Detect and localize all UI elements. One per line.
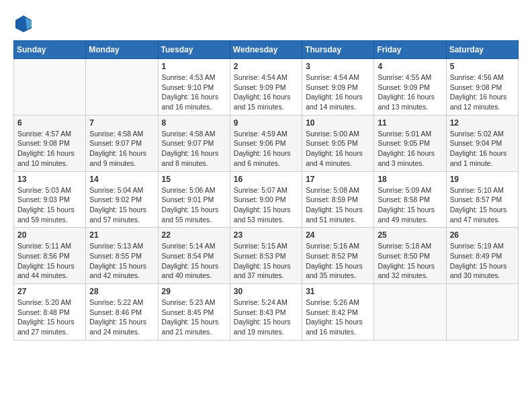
day-number: 7 (89, 118, 154, 128)
calendar-header-row: SundayMondayTuesdayWednesdayThursdayFrid… (14, 41, 519, 59)
day-info: Sunrise: 5:02 AMSunset: 9:04 PMDaylight:… (450, 129, 515, 169)
week-row-2: 6Sunrise: 4:57 AMSunset: 9:08 PMDaylight… (14, 115, 519, 171)
day-number: 26 (450, 230, 515, 240)
calendar-cell (374, 284, 446, 340)
day-number: 13 (17, 175, 82, 184)
header-monday: Monday (86, 41, 158, 59)
calendar-cell: 15Sunrise: 5:06 AMSunset: 9:01 PMDayligh… (158, 171, 230, 228)
day-number: 9 (234, 118, 298, 128)
day-info: Sunrise: 4:58 AMSunset: 9:07 PMDaylight:… (89, 129, 154, 169)
day-number: 29 (162, 287, 226, 296)
day-info: Sunrise: 5:16 AMSunset: 8:52 PMDaylight:… (306, 241, 370, 281)
day-info: Sunrise: 5:01 AMSunset: 9:05 PMDaylight:… (378, 129, 442, 169)
calendar-cell: 27Sunrise: 5:20 AMSunset: 8:48 PMDayligh… (14, 284, 86, 340)
day-info: Sunrise: 5:23 AMSunset: 8:45 PMDaylight:… (162, 298, 226, 337)
day-info: Sunrise: 4:55 AMSunset: 9:09 PMDaylight:… (378, 73, 442, 112)
calendar-cell: 5Sunrise: 4:56 AMSunset: 9:08 PMDaylight… (446, 59, 518, 116)
day-number: 17 (306, 175, 370, 184)
day-number: 15 (162, 175, 226, 184)
calendar-cell: 30Sunrise: 5:24 AMSunset: 8:43 PMDayligh… (230, 284, 302, 340)
day-info: Sunrise: 4:58 AMSunset: 9:07 PMDaylight:… (162, 129, 226, 169)
day-number: 22 (162, 230, 226, 240)
day-info: Sunrise: 5:10 AMSunset: 8:57 PMDaylight:… (450, 185, 515, 225)
day-number: 12 (450, 118, 515, 128)
day-info: Sunrise: 5:24 AMSunset: 8:43 PMDaylight:… (234, 298, 298, 337)
week-row-4: 20Sunrise: 5:11 AMSunset: 8:56 PMDayligh… (14, 228, 519, 284)
calendar-cell: 9Sunrise: 4:59 AMSunset: 9:06 PMDaylight… (230, 115, 302, 171)
calendar-cell: 22Sunrise: 5:14 AMSunset: 8:54 PMDayligh… (158, 228, 230, 284)
calendar-cell: 16Sunrise: 5:07 AMSunset: 9:00 PMDayligh… (230, 171, 302, 228)
day-info: Sunrise: 4:53 AMSunset: 9:10 PMDaylight:… (162, 73, 226, 112)
header-friday: Friday (374, 41, 446, 59)
calendar-cell: 21Sunrise: 5:13 AMSunset: 8:55 PMDayligh… (86, 228, 158, 284)
day-number: 5 (450, 62, 515, 71)
day-number: 20 (17, 230, 82, 240)
calendar-cell: 8Sunrise: 4:58 AMSunset: 9:07 PMDaylight… (158, 115, 230, 171)
day-number: 8 (162, 118, 226, 128)
day-info: Sunrise: 5:08 AMSunset: 8:59 PMDaylight:… (306, 185, 370, 225)
day-info: Sunrise: 4:54 AMSunset: 9:09 PMDaylight:… (234, 73, 298, 112)
calendar-cell: 25Sunrise: 5:18 AMSunset: 8:50 PMDayligh… (374, 228, 446, 284)
day-number: 3 (306, 62, 370, 71)
calendar-cell: 18Sunrise: 5:09 AMSunset: 8:58 PMDayligh… (374, 171, 446, 228)
calendar-cell: 13Sunrise: 5:03 AMSunset: 9:03 PMDayligh… (14, 171, 86, 228)
calendar-cell: 11Sunrise: 5:01 AMSunset: 9:05 PMDayligh… (374, 115, 446, 171)
day-number: 4 (378, 62, 442, 71)
day-info: Sunrise: 4:56 AMSunset: 9:08 PMDaylight:… (450, 73, 515, 112)
day-number: 11 (378, 118, 442, 128)
day-number: 28 (89, 287, 154, 296)
day-number: 10 (306, 118, 370, 128)
day-number: 2 (234, 62, 298, 71)
week-row-5: 27Sunrise: 5:20 AMSunset: 8:48 PMDayligh… (14, 284, 519, 340)
day-number: 1 (162, 62, 226, 71)
day-number: 31 (306, 287, 370, 296)
day-info: Sunrise: 4:59 AMSunset: 9:06 PMDaylight:… (234, 129, 298, 169)
day-info: Sunrise: 4:57 AMSunset: 9:08 PMDaylight:… (17, 129, 82, 169)
header-thursday: Thursday (302, 41, 374, 59)
calendar-cell: 12Sunrise: 5:02 AMSunset: 9:04 PMDayligh… (446, 115, 518, 171)
day-info: Sunrise: 5:14 AMSunset: 8:54 PMDaylight:… (162, 241, 226, 281)
calendar-cell: 19Sunrise: 5:10 AMSunset: 8:57 PMDayligh… (446, 171, 518, 228)
header-saturday: Saturday (446, 41, 518, 59)
day-info: Sunrise: 5:07 AMSunset: 9:00 PMDaylight:… (234, 185, 298, 225)
day-info: Sunrise: 5:06 AMSunset: 9:01 PMDaylight:… (162, 185, 226, 225)
day-info: Sunrise: 4:54 AMSunset: 9:09 PMDaylight:… (306, 73, 370, 112)
calendar-cell (14, 59, 86, 116)
calendar-cell: 26Sunrise: 5:19 AMSunset: 8:49 PMDayligh… (446, 228, 518, 284)
logo (13, 13, 37, 34)
day-info: Sunrise: 5:09 AMSunset: 8:58 PMDaylight:… (378, 185, 442, 225)
day-info: Sunrise: 5:19 AMSunset: 8:49 PMDaylight:… (450, 241, 515, 281)
day-info: Sunrise: 5:11 AMSunset: 8:56 PMDaylight:… (17, 241, 82, 281)
day-info: Sunrise: 5:13 AMSunset: 8:55 PMDaylight:… (89, 241, 154, 281)
calendar-cell: 10Sunrise: 5:00 AMSunset: 9:05 PMDayligh… (302, 115, 374, 171)
calendar-cell: 2Sunrise: 4:54 AMSunset: 9:09 PMDaylight… (230, 59, 302, 116)
calendar-cell: 7Sunrise: 4:58 AMSunset: 9:07 PMDaylight… (86, 115, 158, 171)
header-tuesday: Tuesday (158, 41, 230, 59)
calendar-cell: 23Sunrise: 5:15 AMSunset: 8:53 PMDayligh… (230, 228, 302, 284)
calendar-cell: 29Sunrise: 5:23 AMSunset: 8:45 PMDayligh… (158, 284, 230, 340)
week-row-3: 13Sunrise: 5:03 AMSunset: 9:03 PMDayligh… (14, 171, 519, 228)
day-number: 25 (378, 230, 442, 240)
calendar-cell: 14Sunrise: 5:04 AMSunset: 9:02 PMDayligh… (86, 171, 158, 228)
calendar-cell: 4Sunrise: 4:55 AMSunset: 9:09 PMDaylight… (374, 59, 446, 116)
day-number: 24 (306, 230, 370, 240)
day-info: Sunrise: 5:15 AMSunset: 8:53 PMDaylight:… (234, 241, 298, 281)
day-number: 23 (234, 230, 298, 240)
day-number: 6 (17, 118, 82, 128)
day-info: Sunrise: 5:00 AMSunset: 9:05 PMDaylight:… (306, 129, 370, 169)
day-number: 18 (378, 175, 442, 184)
header-wednesday: Wednesday (230, 41, 302, 59)
day-number: 30 (234, 287, 298, 296)
calendar-cell: 31Sunrise: 5:26 AMSunset: 8:42 PMDayligh… (302, 284, 374, 340)
day-info: Sunrise: 5:04 AMSunset: 9:02 PMDaylight:… (89, 185, 154, 225)
week-row-1: 1Sunrise: 4:53 AMSunset: 9:10 PMDaylight… (14, 59, 519, 116)
calendar-cell (446, 284, 518, 340)
calendar-cell: 17Sunrise: 5:08 AMSunset: 8:59 PMDayligh… (302, 171, 374, 228)
day-info: Sunrise: 5:20 AMSunset: 8:48 PMDaylight:… (17, 298, 82, 337)
day-info: Sunrise: 5:22 AMSunset: 8:46 PMDaylight:… (89, 298, 154, 337)
day-info: Sunrise: 5:18 AMSunset: 8:50 PMDaylight:… (378, 241, 442, 281)
day-number: 16 (234, 175, 298, 184)
day-number: 19 (450, 175, 515, 184)
calendar-cell: 28Sunrise: 5:22 AMSunset: 8:46 PMDayligh… (86, 284, 158, 340)
calendar-cell: 20Sunrise: 5:11 AMSunset: 8:56 PMDayligh… (14, 228, 86, 284)
